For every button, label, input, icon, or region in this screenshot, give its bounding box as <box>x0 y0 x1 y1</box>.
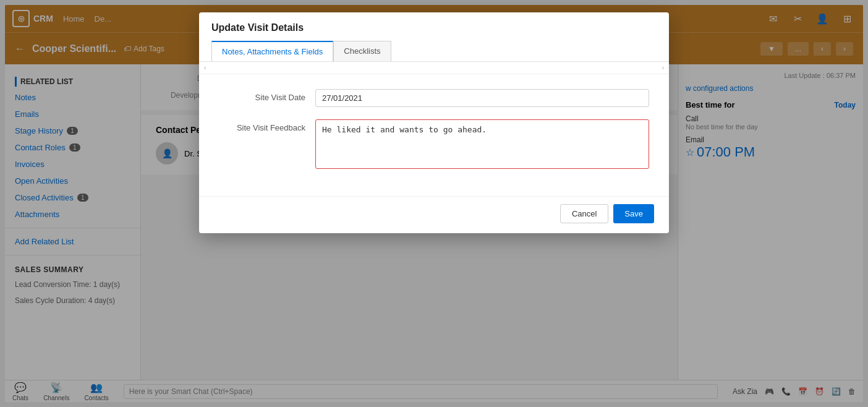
site-visit-feedback-label: Site Visit Feedback <box>219 119 305 132</box>
modal-title: Update Visit Details <box>211 22 657 33</box>
scroll-left-icon[interactable]: ‹ <box>204 64 206 71</box>
modal-overlay: Update Visit Details Notes, Attachments … <box>0 0 868 407</box>
scroll-right-icon[interactable]: › <box>662 64 664 71</box>
modal-body: Site Visit Date Site Visit Feedback <box>199 74 669 196</box>
tab-checklists[interactable]: Checklists <box>333 41 391 61</box>
modal-tabs: Notes, Attachments & Fields Checklists <box>211 41 657 61</box>
cancel-button[interactable]: Cancel <box>560 204 608 223</box>
site-visit-date-input[interactable] <box>315 89 649 107</box>
site-visit-date-label: Site Visit Date <box>219 89 305 102</box>
modal-scroll-hint: ‹ › <box>199 62 669 74</box>
modal-header: Update Visit Details Notes, Attachments … <box>199 12 669 62</box>
update-visit-modal: Update Visit Details Notes, Attachments … <box>199 12 669 233</box>
save-button[interactable]: Save <box>613 204 654 223</box>
site-visit-feedback-row: Site Visit Feedback <box>219 119 649 169</box>
site-visit-date-row: Site Visit Date <box>219 89 649 107</box>
tab-notes-attachments[interactable]: Notes, Attachments & Fields <box>211 41 333 61</box>
site-visit-feedback-textarea[interactable] <box>315 119 649 169</box>
modal-footer: Cancel Save <box>199 196 669 233</box>
